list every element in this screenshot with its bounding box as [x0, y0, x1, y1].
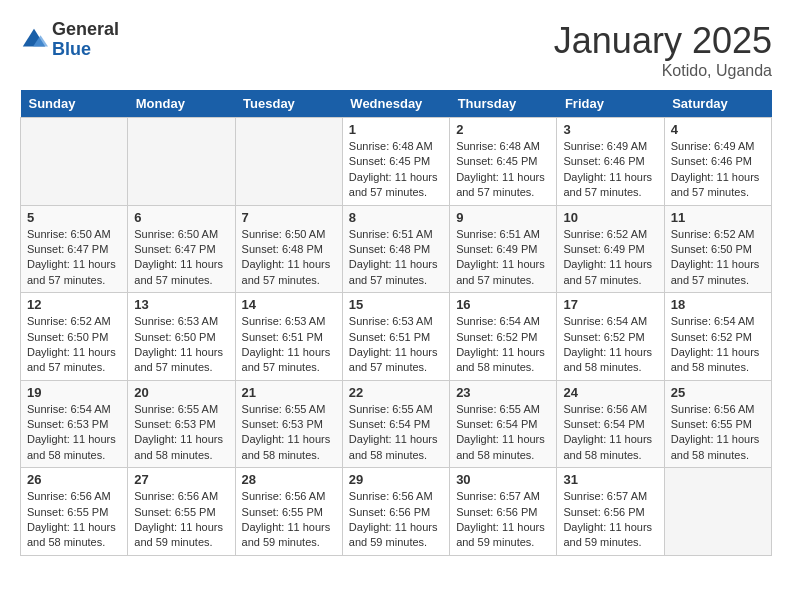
day-detail: Sunrise: 6:56 AMSunset: 6:55 PMDaylight:…: [242, 489, 336, 551]
day-detail: Sunrise: 6:49 AMSunset: 6:46 PMDaylight:…: [671, 139, 765, 201]
day-cell: 3Sunrise: 6:49 AMSunset: 6:46 PMDaylight…: [557, 118, 664, 206]
day-header-friday: Friday: [557, 90, 664, 118]
day-detail: Sunrise: 6:54 AMSunset: 6:52 PMDaylight:…: [671, 314, 765, 376]
day-detail: Sunrise: 6:56 AMSunset: 6:56 PMDaylight:…: [349, 489, 443, 551]
day-cell: 16Sunrise: 6:54 AMSunset: 6:52 PMDayligh…: [450, 293, 557, 381]
day-cell: 1Sunrise: 6:48 AMSunset: 6:45 PMDaylight…: [342, 118, 449, 206]
day-number: 20: [134, 385, 228, 400]
day-header-thursday: Thursday: [450, 90, 557, 118]
page-header: General Blue January 2025 Kotido, Uganda: [20, 20, 772, 80]
day-number: 4: [671, 122, 765, 137]
day-cell: 13Sunrise: 6:53 AMSunset: 6:50 PMDayligh…: [128, 293, 235, 381]
day-cell: 18Sunrise: 6:54 AMSunset: 6:52 PMDayligh…: [664, 293, 771, 381]
day-cell: 7Sunrise: 6:50 AMSunset: 6:48 PMDaylight…: [235, 205, 342, 293]
day-detail: Sunrise: 6:54 AMSunset: 6:53 PMDaylight:…: [27, 402, 121, 464]
week-row-5: 26Sunrise: 6:56 AMSunset: 6:55 PMDayligh…: [21, 468, 772, 556]
day-cell: 10Sunrise: 6:52 AMSunset: 6:49 PMDayligh…: [557, 205, 664, 293]
day-number: 22: [349, 385, 443, 400]
week-row-1: 1Sunrise: 6:48 AMSunset: 6:45 PMDaylight…: [21, 118, 772, 206]
day-cell: [235, 118, 342, 206]
logo-blue: Blue: [52, 40, 119, 60]
calendar-header-row: SundayMondayTuesdayWednesdayThursdayFrid…: [21, 90, 772, 118]
day-header-sunday: Sunday: [21, 90, 128, 118]
day-cell: 20Sunrise: 6:55 AMSunset: 6:53 PMDayligh…: [128, 380, 235, 468]
day-number: 12: [27, 297, 121, 312]
day-detail: Sunrise: 6:56 AMSunset: 6:54 PMDaylight:…: [563, 402, 657, 464]
day-number: 6: [134, 210, 228, 225]
day-detail: Sunrise: 6:52 AMSunset: 6:49 PMDaylight:…: [563, 227, 657, 289]
day-detail: Sunrise: 6:55 AMSunset: 6:54 PMDaylight:…: [349, 402, 443, 464]
day-number: 28: [242, 472, 336, 487]
day-number: 16: [456, 297, 550, 312]
calendar-table: SundayMondayTuesdayWednesdayThursdayFrid…: [20, 90, 772, 556]
day-number: 23: [456, 385, 550, 400]
day-number: 11: [671, 210, 765, 225]
day-number: 3: [563, 122, 657, 137]
day-detail: Sunrise: 6:56 AMSunset: 6:55 PMDaylight:…: [671, 402, 765, 464]
day-detail: Sunrise: 6:50 AMSunset: 6:47 PMDaylight:…: [134, 227, 228, 289]
day-header-saturday: Saturday: [664, 90, 771, 118]
logo-text: General Blue: [52, 20, 119, 60]
day-detail: Sunrise: 6:52 AMSunset: 6:50 PMDaylight:…: [671, 227, 765, 289]
day-detail: Sunrise: 6:57 AMSunset: 6:56 PMDaylight:…: [456, 489, 550, 551]
logo-icon: [20, 26, 48, 54]
day-number: 31: [563, 472, 657, 487]
day-cell: 29Sunrise: 6:56 AMSunset: 6:56 PMDayligh…: [342, 468, 449, 556]
day-cell: 24Sunrise: 6:56 AMSunset: 6:54 PMDayligh…: [557, 380, 664, 468]
day-cell: 22Sunrise: 6:55 AMSunset: 6:54 PMDayligh…: [342, 380, 449, 468]
day-number: 5: [27, 210, 121, 225]
day-detail: Sunrise: 6:50 AMSunset: 6:47 PMDaylight:…: [27, 227, 121, 289]
day-cell: 28Sunrise: 6:56 AMSunset: 6:55 PMDayligh…: [235, 468, 342, 556]
day-cell: 6Sunrise: 6:50 AMSunset: 6:47 PMDaylight…: [128, 205, 235, 293]
day-cell: 4Sunrise: 6:49 AMSunset: 6:46 PMDaylight…: [664, 118, 771, 206]
logo-general: General: [52, 20, 119, 40]
day-detail: Sunrise: 6:54 AMSunset: 6:52 PMDaylight:…: [563, 314, 657, 376]
day-cell: 5Sunrise: 6:50 AMSunset: 6:47 PMDaylight…: [21, 205, 128, 293]
day-number: 30: [456, 472, 550, 487]
day-detail: Sunrise: 6:51 AMSunset: 6:49 PMDaylight:…: [456, 227, 550, 289]
day-detail: Sunrise: 6:51 AMSunset: 6:48 PMDaylight:…: [349, 227, 443, 289]
day-detail: Sunrise: 6:48 AMSunset: 6:45 PMDaylight:…: [349, 139, 443, 201]
day-cell: 26Sunrise: 6:56 AMSunset: 6:55 PMDayligh…: [21, 468, 128, 556]
day-cell: 31Sunrise: 6:57 AMSunset: 6:56 PMDayligh…: [557, 468, 664, 556]
day-number: 1: [349, 122, 443, 137]
day-cell: 15Sunrise: 6:53 AMSunset: 6:51 PMDayligh…: [342, 293, 449, 381]
day-header-monday: Monday: [128, 90, 235, 118]
day-number: 13: [134, 297, 228, 312]
day-cell: 12Sunrise: 6:52 AMSunset: 6:50 PMDayligh…: [21, 293, 128, 381]
day-cell: 21Sunrise: 6:55 AMSunset: 6:53 PMDayligh…: [235, 380, 342, 468]
day-cell: 17Sunrise: 6:54 AMSunset: 6:52 PMDayligh…: [557, 293, 664, 381]
day-number: 8: [349, 210, 443, 225]
day-number: 27: [134, 472, 228, 487]
day-number: 14: [242, 297, 336, 312]
title-block: January 2025 Kotido, Uganda: [554, 20, 772, 80]
day-cell: 8Sunrise: 6:51 AMSunset: 6:48 PMDaylight…: [342, 205, 449, 293]
day-number: 18: [671, 297, 765, 312]
week-row-4: 19Sunrise: 6:54 AMSunset: 6:53 PMDayligh…: [21, 380, 772, 468]
day-cell: 23Sunrise: 6:55 AMSunset: 6:54 PMDayligh…: [450, 380, 557, 468]
day-detail: Sunrise: 6:53 AMSunset: 6:51 PMDaylight:…: [242, 314, 336, 376]
day-cell: 2Sunrise: 6:48 AMSunset: 6:45 PMDaylight…: [450, 118, 557, 206]
day-detail: Sunrise: 6:55 AMSunset: 6:53 PMDaylight:…: [242, 402, 336, 464]
day-number: 25: [671, 385, 765, 400]
day-cell: [128, 118, 235, 206]
day-detail: Sunrise: 6:52 AMSunset: 6:50 PMDaylight:…: [27, 314, 121, 376]
day-number: 7: [242, 210, 336, 225]
day-detail: Sunrise: 6:56 AMSunset: 6:55 PMDaylight:…: [27, 489, 121, 551]
day-cell: [664, 468, 771, 556]
logo: General Blue: [20, 20, 119, 60]
day-number: 29: [349, 472, 443, 487]
day-number: 26: [27, 472, 121, 487]
day-detail: Sunrise: 6:54 AMSunset: 6:52 PMDaylight:…: [456, 314, 550, 376]
day-detail: Sunrise: 6:48 AMSunset: 6:45 PMDaylight:…: [456, 139, 550, 201]
day-detail: Sunrise: 6:49 AMSunset: 6:46 PMDaylight:…: [563, 139, 657, 201]
day-cell: [21, 118, 128, 206]
week-row-3: 12Sunrise: 6:52 AMSunset: 6:50 PMDayligh…: [21, 293, 772, 381]
day-number: 15: [349, 297, 443, 312]
week-row-2: 5Sunrise: 6:50 AMSunset: 6:47 PMDaylight…: [21, 205, 772, 293]
day-detail: Sunrise: 6:53 AMSunset: 6:51 PMDaylight:…: [349, 314, 443, 376]
day-header-wednesday: Wednesday: [342, 90, 449, 118]
day-cell: 19Sunrise: 6:54 AMSunset: 6:53 PMDayligh…: [21, 380, 128, 468]
day-number: 21: [242, 385, 336, 400]
day-cell: 30Sunrise: 6:57 AMSunset: 6:56 PMDayligh…: [450, 468, 557, 556]
